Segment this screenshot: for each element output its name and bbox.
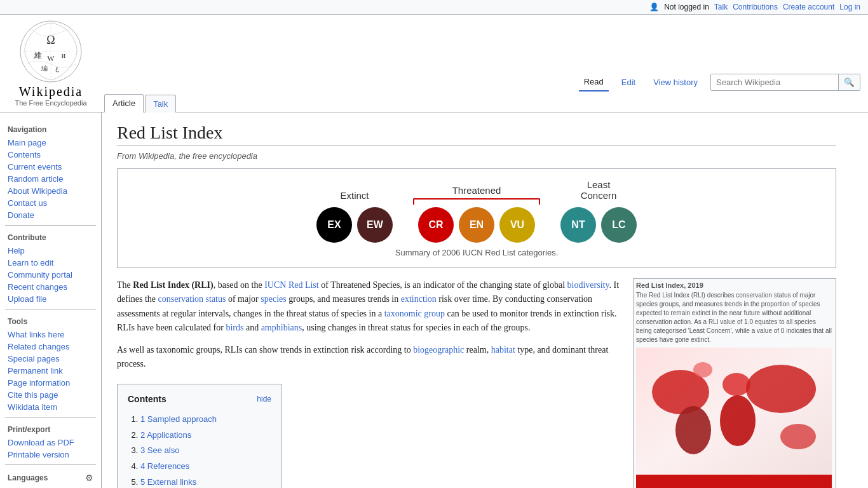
sidebar-divider-4 — [5, 464, 96, 465]
contributions-link[interactable]: Contributions — [733, 3, 778, 11]
toc-link-1[interactable]: 1 Sampled approach — [140, 414, 217, 424]
languages-label: Languages — [8, 473, 48, 482]
view-history-tab[interactable]: View history — [648, 74, 703, 91]
toc-title: Contents hide — [128, 392, 271, 406]
tabs-area: Read Edit View history 🔍 Article Talk — [102, 71, 868, 112]
extinct-group: Extinct EX EW — [316, 190, 393, 243]
sidebar-item-wikidata[interactable]: Wikidata item — [3, 401, 98, 413]
sidebar-divider-1 — [5, 225, 96, 226]
talk-link[interactable]: Talk — [714, 3, 728, 11]
content-tabs: Article Talk — [102, 94, 868, 112]
circle-en: EN — [459, 207, 494, 243]
sidebar-item-main-page[interactable]: Main page — [3, 137, 98, 149]
toc-item-4: 4 References — [140, 459, 271, 475]
sidebar-item-community-portal[interactable]: Community portal — [3, 269, 98, 281]
toc-heading: Contents — [128, 392, 166, 406]
conservation-status-link[interactable]: conservation status — [158, 294, 226, 304]
sidebar-item-contact[interactable]: Contact us — [3, 197, 98, 209]
main-text: The Red List Index (RLI), based on the I… — [117, 278, 620, 488]
biodiversity-link[interactable]: biodiversity — [567, 280, 609, 290]
toc-link-4[interactable]: 4 References — [140, 461, 189, 471]
sidebar-item-help[interactable]: Help — [3, 245, 98, 257]
from-line: From Wikipedia, the free encyclopedia — [117, 151, 836, 161]
print-title: Print/export — [8, 425, 98, 434]
sidebar-divider-2 — [5, 309, 96, 309]
iucn-red-list-link[interactable]: IUCN Red List — [264, 280, 319, 290]
tools-title: Tools — [8, 317, 98, 326]
habitat-link[interactable]: habitat — [491, 345, 515, 355]
circle-ex: EX — [316, 207, 352, 243]
birds-link[interactable]: birds — [226, 323, 243, 332]
sidebar-languages: Languages ⚙ — [3, 470, 98, 485]
right-tabs: Read Edit View history 🔍 — [102, 71, 868, 94]
taxonomic-group-link[interactable]: taxonomic group — [384, 309, 445, 318]
svg-text:ع: ع — [55, 65, 59, 72]
sidebar-item-download-pdf[interactable]: Download as PDF — [3, 437, 98, 449]
search-input[interactable] — [711, 74, 838, 90]
search-icon: 🔍 — [844, 78, 855, 87]
sidebar: Navigation Main page Contents Current ev… — [0, 112, 102, 488]
amphibians-link[interactable]: amphibians — [261, 323, 302, 332]
toc-list: 1 Sampled approach 2 Applications 3 See … — [140, 412, 271, 488]
sidebar-item-arabic[interactable]: العربية — [3, 485, 98, 488]
sidebar-item-contents[interactable]: Contents — [3, 149, 98, 161]
thumb-box: Red List Index, 2019 The Red List Index … — [633, 278, 836, 488]
not-logged-in: Not logged in — [664, 3, 709, 11]
article-body: The Red List Index (RLI), based on the I… — [117, 278, 620, 488]
article-tab[interactable]: Article — [104, 94, 144, 112]
sidebar-item-current-events[interactable]: Current events — [3, 161, 98, 173]
toc-hide-link[interactable]: hide — [257, 393, 271, 405]
sidebar-item-special-pages[interactable]: Special pages — [3, 353, 98, 365]
sidebar-item-upload-file[interactable]: Upload file — [3, 293, 98, 305]
toc-link-3[interactable]: 3 See also — [140, 445, 179, 455]
intro-paragraph-2: As well as taxonomic groups, RLIs can sh… — [117, 343, 620, 372]
svg-rect-15 — [636, 348, 832, 475]
logo-title: Wikipedia — [19, 85, 83, 99]
search-box: 🔍 — [710, 74, 860, 91]
thumb-image[interactable] — [636, 348, 832, 488]
sidebar-item-printable[interactable]: Printable version — [3, 449, 98, 461]
talk-tab[interactable]: Talk — [145, 95, 176, 112]
toc-item-2: 2 Applications — [140, 428, 271, 444]
sidebar-item-permanent-link[interactable]: Permanent link — [3, 365, 98, 377]
user-icon: 👤 — [649, 3, 659, 11]
threatened-group: Threatened CR EN VU — [413, 185, 540, 243]
sidebar-item-related-changes[interactable]: Related changes — [3, 341, 98, 353]
extinction-link[interactable]: extinction — [401, 294, 437, 304]
sidebar-item-what-links[interactable]: What links here — [3, 329, 98, 341]
toc-link-2[interactable]: 2 Applications — [140, 430, 191, 440]
sidebar-item-page-info[interactable]: Page information — [3, 377, 98, 389]
read-tab[interactable]: Read — [579, 73, 609, 92]
sidebar-item-recent-changes[interactable]: Recent changes — [3, 281, 98, 293]
sidebar-item-donate[interactable]: Donate — [3, 209, 98, 221]
least-concern-group: LeastConcern NT LC — [560, 179, 637, 243]
svg-text:W: W — [47, 54, 55, 63]
gear-icon[interactable]: ⚙ — [85, 473, 93, 483]
svg-text:維: 維 — [34, 51, 42, 60]
toc-item-3: 3 See also — [140, 443, 271, 459]
side-image-small-text: The Red List Index (RLI) describes conse… — [636, 291, 833, 344]
edit-tab[interactable]: Edit — [616, 74, 641, 91]
sidebar-item-about[interactable]: About Wikipedia — [3, 185, 98, 197]
contribute-title: Contribute — [8, 233, 98, 242]
sidebar-divider-3 — [5, 417, 96, 417]
logo-area: Ω 維 W и 編 ع Wikipedia The Free Encyclope… — [0, 20, 102, 112]
iucn-caption: Summary of 2006 IUCN Red List categories… — [128, 248, 825, 257]
sidebar-item-random-article[interactable]: Random article — [3, 173, 98, 185]
sidebar-item-learn-edit[interactable]: Learn to edit — [3, 257, 98, 269]
search-button[interactable]: 🔍 — [838, 74, 860, 90]
rli-bold: Red List Index (RLI) — [133, 280, 213, 290]
threatened-label: Threatened — [452, 185, 501, 196]
circle-vu: VU — [499, 207, 535, 243]
create-account-link[interactable]: Create account — [783, 3, 834, 11]
sidebar-item-cite[interactable]: Cite this page — [3, 389, 98, 401]
species-link[interactable]: species — [261, 294, 286, 304]
main-layout: Navigation Main page Contents Current ev… — [0, 112, 868, 488]
content: Red List Index From Wikipedia, the free … — [102, 112, 851, 488]
biogeographic-link[interactable]: biogeographic — [413, 345, 464, 355]
toc-link-5[interactable]: 5 External links — [140, 477, 196, 487]
log-in-link[interactable]: Log in — [839, 3, 860, 11]
svg-text:編: 編 — [41, 65, 48, 72]
logo-subtitle: The Free Encyclopedia — [15, 99, 86, 107]
circle-ew: EW — [357, 207, 393, 243]
